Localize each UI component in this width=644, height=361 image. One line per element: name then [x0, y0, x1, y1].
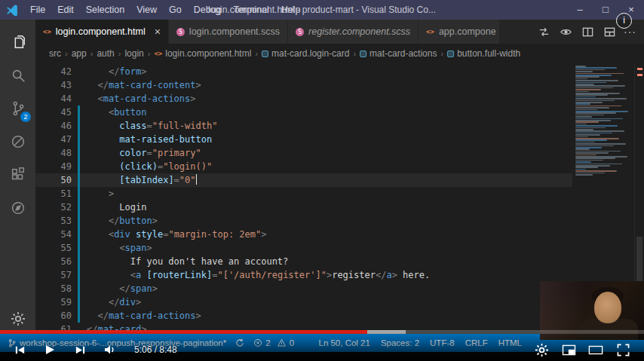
breadcrumb-separator: › — [148, 49, 151, 58]
minimap-line — [575, 158, 615, 159]
browser-preview-icon[interactable] — [0, 191, 35, 225]
modified-gutter-mark — [78, 160, 80, 173]
code-line-57[interactable]: 57 <a [routerLink]="['/auth/register']">… — [35, 268, 572, 282]
menu-selection[interactable]: Selection — [80, 5, 130, 15]
code-line-49[interactable]: 49 (click)="login()" — [35, 160, 572, 173]
activity-bar: 2 — [0, 20, 35, 334]
menu-help[interactable]: Help — [275, 5, 307, 15]
code-text: mat-raised-button — [87, 133, 212, 146]
breadcrumb-item-auth[interactable]: auth — [97, 48, 114, 59]
code-line-50[interactable]: 50 [tabIndex]="0" — [35, 173, 572, 187]
code-line-56[interactable]: 56 If you don't have an account? — [35, 255, 572, 268]
scss-file-icon: S — [296, 28, 304, 36]
debug-icon[interactable] — [0, 125, 35, 158]
gutter — [78, 78, 80, 92]
split-editor-icon[interactable] — [580, 24, 595, 39]
source-control-icon[interactable]: 2 — [0, 92, 35, 125]
breadcrumb-item-app[interactable]: app — [72, 48, 87, 59]
minimap-line — [575, 118, 623, 120]
breadcrumb-item-login.component.html[interactable]: <>login.component.html — [154, 48, 251, 59]
minimap-line — [575, 107, 609, 109]
code-line-44[interactable]: 44 <mat-card-actions> — [35, 92, 572, 106]
symbol-icon — [447, 50, 454, 57]
breadcrumb-item-mat-card-actions[interactable]: mat-card-actions — [360, 48, 437, 59]
line-number: 43 — [35, 78, 72, 92]
play-icon[interactable] — [42, 343, 57, 356]
fullscreen-icon[interactable] — [615, 343, 630, 356]
code-line-48[interactable]: 48 color="primary" — [35, 146, 572, 160]
minimap-line — [575, 80, 618, 81]
modified-gutter-mark — [78, 187, 80, 200]
line-number: 58 — [35, 282, 72, 295]
code-line-60[interactable]: 60 </mat-card-actions> — [35, 309, 572, 323]
menu-edit[interactable]: Edit — [51, 5, 80, 15]
minimap-line — [575, 127, 606, 129]
code-line-42[interactable]: 42 </form> — [35, 65, 572, 78]
video-info-icon[interactable]: i — [616, 13, 632, 29]
video-settings-gear-icon[interactable] — [534, 343, 549, 356]
menu-go[interactable]: Go — [163, 5, 188, 15]
line-number: 55 — [35, 241, 72, 255]
code-line-47[interactable]: 47 mat-raised-button — [35, 133, 572, 146]
video-control-bar: 5:06 / 8:48 — [0, 329, 644, 361]
breadcrumb-item-button.full-width[interactable]: button.full-width — [447, 48, 520, 59]
menu-debug[interactable]: Debug — [188, 5, 228, 15]
previous-video-icon[interactable] — [12, 343, 27, 356]
editor-layout-icon[interactable] — [602, 24, 617, 39]
breadcrumb-item-src[interactable]: src — [49, 48, 61, 59]
code-line-43[interactable]: 43 </mat-card-content> — [35, 78, 572, 92]
menu-view[interactable]: View — [130, 5, 163, 15]
code-line-58[interactable]: 58 </span> — [35, 282, 572, 295]
text-cursor — [196, 174, 198, 185]
explorer-icon[interactable] — [0, 26, 35, 59]
code-area[interactable]: 42 </form>43 </mat-card-content>44 <mat-… — [35, 63, 572, 334]
modified-gutter-mark — [78, 282, 80, 295]
open-preview-icon[interactable] — [558, 24, 573, 39]
minimap-line — [575, 129, 593, 130]
tab-app.compone[interactable]: <>app.compone — [419, 20, 500, 44]
breadcrumb-separator: › — [90, 49, 94, 58]
code-line-46[interactable]: 46 class="full-width" — [35, 119, 572, 133]
code-text: </button> — [87, 214, 158, 228]
code-line-54[interactable]: 54 <div style="margin-top: 2em"> — [35, 228, 572, 241]
volume-icon[interactable] — [103, 343, 118, 356]
line-number: 49 — [35, 160, 72, 173]
theater-mode-icon[interactable] — [588, 343, 603, 356]
minimap-line — [575, 142, 595, 143]
modified-gutter-mark — [78, 214, 80, 228]
line-number: 57 — [35, 268, 72, 282]
compare-changes-icon[interactable] — [536, 24, 551, 39]
code-text: Login — [87, 200, 146, 214]
miniplayer-icon[interactable] — [561, 343, 576, 356]
next-video-icon[interactable] — [72, 343, 87, 356]
search-icon[interactable] — [0, 59, 35, 92]
minimap-line — [575, 156, 627, 158]
tab-login.component.scss[interactable]: Slogin.component.scss — [169, 20, 288, 44]
breadcrumb-separator: › — [255, 49, 258, 58]
tab-close-icon[interactable]: × — [155, 26, 161, 38]
maximize-button[interactable]: □ — [593, 0, 618, 20]
minimap-line — [575, 170, 617, 172]
breadcrumb-item-mat-card.login-card[interactable]: mat-card.login-card — [262, 48, 349, 59]
extensions-icon[interactable] — [0, 158, 35, 191]
video-time: 5:06 / 8:48 — [134, 344, 177, 355]
minimap-line — [575, 69, 605, 71]
minimap-line — [575, 145, 614, 147]
minimap-line — [575, 66, 586, 67]
code-line-53[interactable]: 53 </button> — [35, 214, 572, 228]
code-text: </div> — [87, 295, 141, 309]
minimize-button[interactable]: – — [567, 0, 593, 20]
code-line-52[interactable]: 52 Login — [35, 200, 572, 214]
tab-login.component.html[interactable]: <>login.component.html× — [35, 20, 169, 44]
code-line-59[interactable]: 59 </div> — [35, 295, 572, 309]
code-line-55[interactable]: 55 <span> — [35, 241, 572, 255]
breadcrumb-item-login[interactable]: login — [124, 48, 143, 59]
menu-file[interactable]: File — [24, 5, 51, 15]
code-line-51[interactable]: 51 > — [35, 187, 572, 200]
tab-register.component.scss[interactable]: Sregister.component.scss — [288, 20, 419, 44]
gutter — [78, 92, 80, 106]
menu-terminal[interactable]: Terminal — [228, 5, 275, 15]
minimap-line — [575, 100, 615, 102]
code-line-45[interactable]: 45 <button — [35, 106, 572, 119]
modified-gutter-mark — [78, 119, 80, 133]
